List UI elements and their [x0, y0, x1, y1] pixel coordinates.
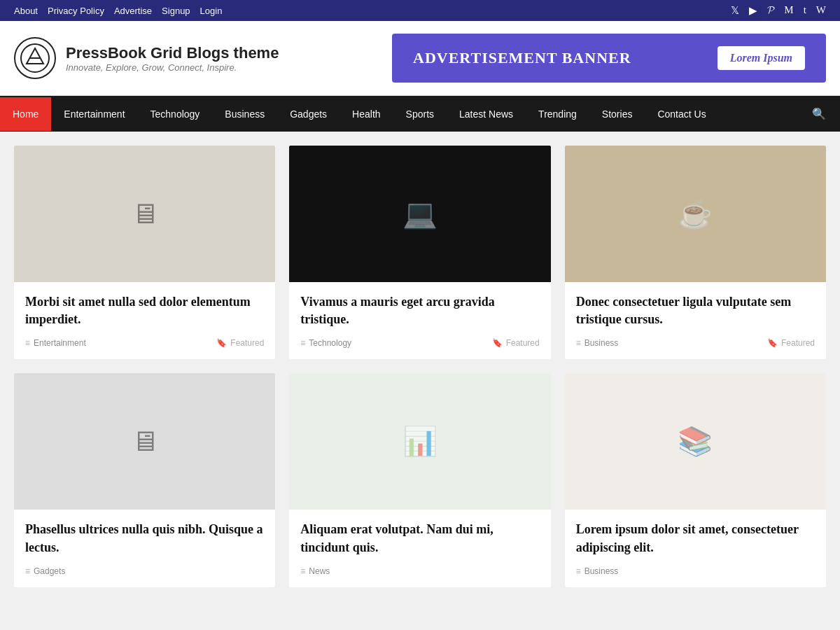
main-nav: HomeEntertainmentTechnologyBusinessGadge… — [0, 96, 840, 132]
tumblr-icon[interactable]: t — [804, 4, 806, 17]
topbar-link-login[interactable]: Login — [200, 6, 223, 16]
post-title-1[interactable]: Vivamus a mauris eget arcu gravida trist… — [300, 293, 539, 328]
svg-marker-1 — [27, 48, 43, 64]
nav-item-gadgets[interactable]: Gadgets — [277, 97, 340, 131]
nav-item-contact-us[interactable]: Contact Us — [645, 97, 718, 131]
topbar-link-about[interactable]: About — [14, 6, 38, 16]
post-image-2: ☕ — [565, 146, 826, 282]
post-title-2[interactable]: Donec consectetuer ligula vulputate sem … — [576, 293, 815, 328]
post-image-1: 💻 — [289, 146, 550, 282]
header: PressBook Grid Blogs theme Innovate, Exp… — [0, 21, 840, 96]
top-bar: AboutPrivacy PolicyAdvertiseSignupLogin … — [0, 0, 840, 21]
nav-item-health[interactable]: Health — [340, 97, 393, 131]
nav-item-stories[interactable]: Stories — [589, 97, 645, 131]
post-image-3: 🖥 — [14, 373, 275, 510]
top-bar-links: AboutPrivacy PolicyAdvertiseSignupLogin — [14, 4, 232, 17]
topbar-link-privacy-policy[interactable]: Privacy Policy — [48, 6, 104, 16]
ad-banner-button[interactable]: Lorem Ipsum — [718, 46, 805, 70]
nav-item-trending[interactable]: Trending — [526, 97, 589, 131]
post-card-1: 💻Vivamus a mauris eget arcu gravida tris… — [289, 146, 550, 359]
logo-text: PressBook Grid Blogs theme Innovate, Exp… — [66, 44, 279, 73]
youtube-icon[interactable]: ▶ — [749, 4, 757, 17]
post-image-4: 📊 — [289, 373, 550, 510]
post-category-0: ≡ Entertainment — [25, 338, 86, 348]
nav-item-entertainment[interactable]: Entertainment — [51, 97, 137, 131]
post-image-0: 🖥 — [14, 146, 275, 282]
post-card-4: 📊Aliquam erat volutpat. Nam dui mi, tinc… — [289, 373, 550, 587]
topbar-link-signup[interactable]: Signup — [162, 6, 190, 16]
nav-item-sports[interactable]: Sports — [393, 97, 447, 131]
nav-item-technology[interactable]: Technology — [138, 97, 213, 131]
main-content: 🖥Morbi sit amet nulla sed dolor elementu… — [0, 132, 840, 601]
pinterest-icon[interactable]: 𝓟 — [767, 4, 774, 17]
posts-grid: 🖥Morbi sit amet nulla sed dolor elementu… — [14, 146, 826, 587]
site-tagline: Innovate, Explore, Grow, Connect, Inspir… — [66, 62, 279, 73]
ad-banner-text: ADVERTISEMENT BANNER — [413, 49, 631, 67]
post-badge-1: 🔖 Featured — [492, 338, 540, 348]
logo-area: PressBook Grid Blogs theme Innovate, Exp… — [14, 37, 279, 79]
post-title-5[interactable]: Lorem ipsum dolor sit amet, consectetuer… — [576, 521, 815, 556]
logo-icon — [14, 37, 56, 79]
top-bar-social: 𝕏▶𝓟MtW — [731, 4, 826, 17]
post-card-3: 🖥Phasellus ultrices nulla quis nibh. Qui… — [14, 373, 275, 587]
post-category-4: ≡ News — [300, 566, 330, 576]
wordpress-icon[interactable]: W — [816, 4, 826, 17]
ad-banner[interactable]: ADVERTISEMENT BANNER Lorem Ipsum — [392, 34, 826, 83]
search-icon[interactable]: 🔍 — [798, 96, 840, 132]
topbar-link-advertise[interactable]: Advertise — [114, 6, 152, 16]
post-title-0[interactable]: Morbi sit amet nulla sed dolor elementum… — [25, 293, 264, 328]
post-badge-0: 🔖 Featured — [216, 338, 264, 348]
post-category-3: ≡ Gadgets — [25, 566, 65, 576]
post-category-2: ≡ Business — [576, 338, 619, 348]
post-category-5: ≡ Business — [576, 566, 619, 576]
medium-icon[interactable]: M — [784, 4, 793, 17]
twitter-icon[interactable]: 𝕏 — [731, 4, 739, 17]
post-title-3[interactable]: Phasellus ultrices nulla quis nibh. Quis… — [25, 521, 264, 556]
post-title-4[interactable]: Aliquam erat volutpat. Nam dui mi, tinci… — [300, 521, 539, 556]
site-title: PressBook Grid Blogs theme — [66, 44, 279, 62]
nav-item-latest-news[interactable]: Latest News — [447, 97, 526, 131]
nav-item-business[interactable]: Business — [212, 97, 277, 131]
post-image-5: 📚 — [565, 373, 826, 510]
post-card-2: ☕Donec consectetuer ligula vulputate sem… — [565, 146, 826, 359]
post-card-0: 🖥Morbi sit amet nulla sed dolor elementu… — [14, 146, 275, 359]
post-badge-2: 🔖 Featured — [767, 338, 815, 348]
nav-item-home[interactable]: Home — [0, 97, 51, 131]
post-category-1: ≡ Technology — [300, 338, 351, 348]
post-card-5: 📚Lorem ipsum dolor sit amet, consectetue… — [565, 373, 826, 587]
